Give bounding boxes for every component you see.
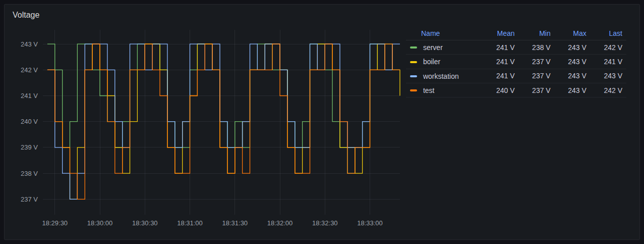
chart-area: 243 V242 V241 V240 V239 V238 V237 V18:29…: [13, 27, 401, 231]
series-color-swatch[interactable]: [410, 75, 417, 77]
x-axis-label: 18:31:30: [222, 219, 248, 227]
panel-title[interactable]: Voltage: [13, 10, 631, 21]
series-max-value: 243 V: [555, 40, 591, 55]
series-last-value: 242 V: [591, 40, 626, 55]
y-axis-label: 240 V: [21, 118, 38, 125]
legend-header-name[interactable]: Name: [406, 27, 483, 40]
x-axis-label: 18:30:00: [87, 219, 113, 227]
legend-table: Name Mean Min Max Last server 241 V: [406, 27, 631, 97]
legend-header-last[interactable]: Last: [591, 27, 626, 40]
series-name[interactable]: test: [423, 86, 435, 94]
legend-header-max[interactable]: Max: [555, 27, 591, 40]
series-mean-value: 241 V: [483, 40, 518, 55]
x-axis-label: 18:32:00: [267, 219, 293, 227]
y-axis-label: 243 V: [21, 40, 38, 48]
page: { "panel": { "title": "Voltage" }, "lege…: [0, 0, 644, 244]
y-axis-label: 238 V: [21, 170, 38, 177]
y-axis-label: 239 V: [21, 143, 38, 151]
legend-row-boiler: boiler 241 V 237 V 243 V 241 V: [406, 55, 626, 69]
legend-header-mean[interactable]: Mean: [483, 27, 518, 40]
legend-header-min[interactable]: Min: [519, 27, 555, 40]
x-axis-label: 18:30:30: [132, 219, 158, 227]
series-last-value: 243 V: [591, 69, 626, 83]
series-min-value: 238 V: [519, 40, 555, 55]
x-axis-label: 18:33:00: [357, 219, 383, 227]
series-color-swatch[interactable]: [410, 46, 417, 48]
series-color-swatch[interactable]: [410, 89, 417, 91]
series-min-value: 237 V: [519, 55, 555, 69]
legend-header-row: Name Mean Min Max Last: [406, 27, 626, 40]
y-axis-label: 241 V: [21, 92, 38, 100]
series-name-cell: boiler: [406, 55, 483, 69]
y-axis-label: 237 V: [21, 196, 38, 203]
series-line-server[interactable]: [47, 44, 400, 173]
series-mean-value: 241 V: [483, 69, 518, 83]
series-name-cell: server: [406, 40, 483, 55]
series-last-value: 242 V: [591, 83, 626, 97]
series-max-value: 243 V: [555, 55, 591, 69]
panel-body: 243 V242 V241 V240 V239 V238 V237 V18:29…: [13, 27, 631, 234]
series-name-cell: workstation: [406, 69, 483, 83]
x-axis-label: 18:29:30: [42, 219, 68, 227]
series-name[interactable]: workstation: [423, 72, 459, 80]
series-max-value: 243 V: [555, 69, 591, 83]
x-axis-label: 18:32:30: [312, 219, 338, 227]
series-name[interactable]: server: [423, 43, 443, 52]
voltage-panel: Voltage 243 V242 V241 V240 V239 V238 V23…: [4, 4, 640, 240]
series-mean-value: 240 V: [483, 83, 518, 97]
series-last-value: 241 V: [591, 55, 626, 69]
series-max-value: 243 V: [555, 83, 591, 97]
legend-row-workstation: workstation 241 V 237 V 243 V 243 V: [406, 69, 626, 83]
legend-row-server: server 241 V 238 V 243 V 242 V: [406, 40, 626, 55]
x-axis-label: 18:31:00: [177, 219, 203, 227]
panel-header: Voltage: [13, 9, 631, 21]
voltage-chart[interactable]: 243 V242 V241 V240 V239 V238 V237 V18:29…: [13, 27, 401, 229]
y-axis-label: 242 V: [21, 66, 38, 74]
series-min-value: 237 V: [519, 83, 555, 97]
series-mean-value: 241 V: [483, 55, 518, 69]
series-color-swatch[interactable]: [410, 61, 417, 63]
series-name-cell: test: [406, 83, 483, 97]
series-name[interactable]: boiler: [423, 58, 440, 66]
legend-table-grid: Name Mean Min Max Last server 241 V: [406, 27, 626, 97]
series-min-value: 237 V: [519, 69, 555, 83]
legend-row-test: test 240 V 237 V 243 V 242 V: [406, 83, 626, 97]
